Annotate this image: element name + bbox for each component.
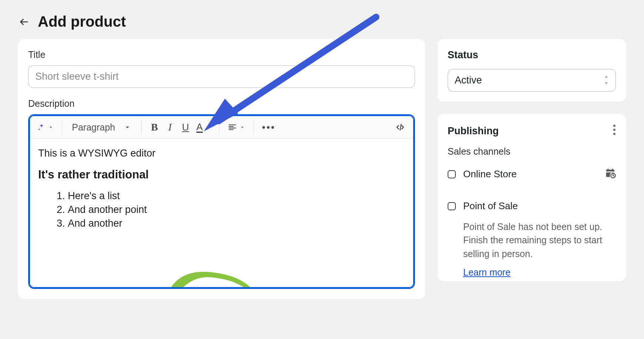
channel-label: Point of Sale: [463, 200, 518, 212]
chevron-down-icon: [123, 123, 132, 131]
product-main-card: Title Description Paragraph: [18, 39, 425, 299]
image-placeholder-icon: [156, 254, 267, 287]
calendar-clock-icon: [605, 167, 616, 178]
text-color-icon: A: [196, 122, 203, 133]
page-header: Add product: [0, 0, 644, 39]
bold-button[interactable]: B: [147, 120, 162, 135]
page-title: Add product: [38, 13, 126, 30]
channel-point-of-sale: Point of Sale: [448, 198, 616, 214]
editor-content-area[interactable]: This is a WYSIWYG editor It's rather tra…: [30, 139, 413, 287]
ellipsis-icon: •••: [262, 122, 275, 133]
chevron-down-icon: [205, 124, 211, 130]
list-item: And another point: [68, 204, 405, 215]
arrow-left-icon: [19, 16, 30, 27]
chevron-down-icon: [48, 124, 54, 130]
back-button[interactable]: [18, 16, 30, 28]
title-input[interactable]: [28, 65, 415, 88]
block-style-label: Paragraph: [72, 122, 115, 133]
publishing-heading: Publishing: [448, 124, 616, 138]
align-button[interactable]: [225, 120, 248, 135]
svg-point-3: [613, 129, 615, 131]
chevron-down-icon: [239, 124, 245, 130]
underline-button[interactable]: U: [179, 120, 193, 135]
code-icon: [395, 122, 406, 133]
toolbar-separator: [219, 121, 219, 134]
ai-magic-button[interactable]: [35, 120, 56, 135]
toolbar-separator: [62, 121, 62, 134]
description-label: Description: [28, 98, 415, 109]
status-select[interactable]: Active ⌃⌄: [448, 69, 616, 92]
select-chevrons-icon: ⌃⌄: [604, 78, 609, 83]
publishing-more-button[interactable]: [613, 124, 616, 138]
editor-toolbar: Paragraph B I U: [30, 116, 413, 139]
editor-paragraph: This is a WYSIWYG editor: [38, 148, 405, 159]
description-editor: Paragraph B I U: [28, 114, 415, 289]
svg-point-4: [613, 133, 615, 135]
toolbar-separator: [253, 121, 254, 134]
bold-icon: B: [151, 121, 158, 133]
sparkle-icon: [37, 123, 46, 131]
channel-online-store: Online Store: [448, 165, 616, 183]
status-card: Status Active ⌃⌄: [437, 39, 626, 102]
italic-button[interactable]: I: [163, 120, 177, 135]
list-item: And another: [68, 218, 405, 229]
list-item: Here's a list: [68, 190, 405, 202]
toolbar-separator: [141, 121, 142, 134]
editor-ordered-list: Here's a list And another point And anot…: [38, 190, 405, 229]
status-heading-label: Status: [448, 49, 478, 61]
italic-icon: I: [168, 121, 172, 133]
align-left-icon: [228, 122, 237, 132]
status-heading: Status: [448, 49, 616, 61]
html-view-button[interactable]: [392, 120, 408, 135]
publishing-card: Publishing Sales channels Online Store P…: [437, 114, 626, 282]
kebab-icon: [613, 124, 616, 135]
text-color-button[interactable]: A: [194, 120, 213, 135]
underline-icon: U: [182, 122, 189, 133]
more-button[interactable]: •••: [260, 120, 278, 135]
channel-marker-icon: [448, 202, 456, 210]
status-value: Active: [455, 75, 482, 86]
channel-note: Point of Sale has not been set up. Finis…: [463, 220, 616, 260]
channel-label: Online Store: [463, 168, 517, 180]
svg-point-2: [613, 125, 615, 127]
schedule-button[interactable]: [605, 167, 616, 181]
learn-more-link[interactable]: Learn more: [463, 267, 511, 277]
channel-marker-icon: [448, 170, 456, 178]
title-label: Title: [28, 49, 415, 60]
editor-heading: It's rather traditional: [38, 168, 405, 181]
block-style-select[interactable]: Paragraph: [68, 122, 135, 133]
sales-channels-subheading: Sales channels: [448, 146, 616, 157]
publishing-heading-label: Publishing: [448, 125, 499, 137]
